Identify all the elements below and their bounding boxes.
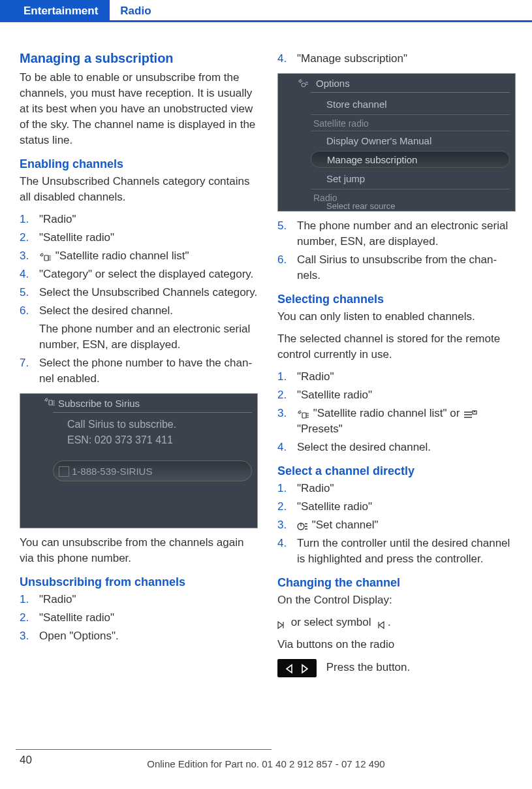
options-icon: [298, 78, 308, 91]
list-text: "Satellite radio": [297, 389, 372, 401]
list-item: 3. "Satellite radio channel list" or "Pr…: [277, 406, 516, 437]
list-text: "Satellite radio": [39, 231, 114, 244]
para-via-buttons: Via buttons on the radio: [277, 637, 516, 652]
list-text: "Satellite radio channel list": [55, 250, 189, 262]
list-item: 1."Radio": [20, 212, 258, 227]
list-unsubscribe: 1."Radio" 2."Satellite radio" 3.Open "Op…: [20, 592, 258, 644]
svg-rect-11: [302, 413, 306, 418]
list-item: 7.Select the phone number to have the ch…: [20, 355, 258, 387]
text-or-select: or select symbol: [291, 616, 371, 628]
list-item: 4.Turn the controller until the desired …: [277, 536, 516, 567]
svg-point-8: [302, 83, 305, 87]
footer-text: Online Edition for Part no. 01 40 2 912 …: [0, 758, 532, 769]
satellite-radio-icon: [39, 251, 52, 262]
ss-divider: [53, 412, 252, 413]
list-text: Call Sirius to unsubscribe from the chan…: [297, 253, 497, 282]
list-text: Select the Unsubscribed Channels cate­go…: [39, 286, 257, 298]
ss-phone-pill: 1-888-539-SIRIUS: [53, 460, 252, 481]
list-enable: 1."Radio" 2."Satellite radio" 3. "Satell…: [20, 212, 258, 387]
ss-title: Subscribe to Sirius: [58, 398, 140, 409]
tab-entertainment: Entertainment: [0, 0, 110, 20]
list-text-presets: "Presets": [297, 423, 343, 435]
list-text: "Radio": [39, 213, 76, 225]
svg-marker-27: [302, 665, 307, 673]
list-text: "Radio": [297, 482, 334, 494]
svg-rect-4: [49, 400, 52, 405]
list-text: "Radio": [297, 370, 334, 383]
list-text: "Category" or select the displayed categ…: [39, 268, 253, 280]
list-unsubscribe-cont: 4."Manage subscription": [277, 51, 516, 67]
list-text: "Radio": [39, 593, 76, 605]
left-column: Managing a subscription To be able to en…: [20, 51, 258, 684]
svg-marker-24: [379, 622, 384, 628]
list-item: 2."Satellite radio": [20, 610, 258, 626]
list-item: 2."Satellite radio": [20, 230, 258, 246]
list-text: Select the desired channel.: [39, 304, 173, 317]
footer-rule: [16, 749, 272, 750]
prev-next-button-icon: [277, 659, 317, 677]
screenshot-options-menu: Options Store channel Satellite radio Di…: [277, 73, 516, 212]
list-item: 1."Radio": [277, 369, 516, 385]
list-text: "Satellite radio channel list" or: [313, 407, 460, 419]
list-text: "Set channel": [312, 519, 379, 531]
para-on-display: On the Control Display:: [277, 592, 516, 608]
heading-selecting-channels: Selecting channels: [277, 293, 516, 306]
text-period: .: [388, 616, 391, 628]
skip-forward-icon: [277, 619, 288, 628]
ss-title: Options: [316, 78, 350, 89]
list-text: Select the phone number to have the chan…: [39, 357, 252, 385]
list-text: Turn the controller until the desired ch…: [297, 537, 510, 565]
ss-row-store: Store channel: [311, 96, 510, 113]
list-item: 1."Radio": [277, 481, 516, 496]
list-item: 3. "Set channel": [277, 517, 516, 533]
tab-radio: Radio: [110, 0, 161, 20]
satellite-radio-icon: [44, 397, 55, 410]
heading-enabling-channels: Enabling channels: [20, 157, 258, 171]
ss-row-owners-manual: Display Owner's Manual: [311, 133, 510, 150]
ss-line: Call Sirius to subscribe.: [67, 419, 176, 430]
ss-line-esn: ESN: 020 373 371 411: [67, 434, 173, 446]
list-text: "Satellite radio": [39, 611, 114, 624]
list-text: Open "Options".: [39, 630, 119, 642]
list-text: Select the desired channel.: [297, 441, 431, 453]
list-text: The phone number and an electronic seria…: [297, 219, 508, 248]
list-direct: 1."Radio" 2."Satellite radio" 3. "Set ch…: [277, 481, 516, 567]
heading-select-direct: Select a channel directly: [277, 464, 516, 478]
header-tabs: Entertainment Radio: [0, 0, 532, 22]
set-channel-icon: [297, 521, 309, 531]
ss-row-rear-source: Select rear source: [311, 202, 510, 212]
list-item: 6. Select the desired channel. The phone…: [20, 303, 258, 353]
para-intro: To be able to enable or unsubscribe from…: [20, 70, 258, 148]
para-stored-remote: The selected channel is stored for the r…: [277, 331, 516, 362]
list-item: 2."Satellite radio": [277, 499, 516, 515]
list-subtext: The phone number and an electronic seria…: [39, 321, 258, 353]
list-item: 4."Manage subscription": [277, 51, 516, 67]
list-item: 4.Select the desired channel.: [277, 440, 516, 455]
list-text: "Manage subscription": [297, 52, 407, 65]
heading-changing-channel: Changing the channel: [277, 576, 516, 590]
list-item: 4."Category" or select the displayed cat…: [20, 266, 258, 282]
list-unsubscribe-cont2: 5.The phone number and an electronic ser…: [277, 218, 516, 283]
list-select: 1."Radio" 2."Satellite radio" 3. "Satell…: [277, 369, 516, 455]
svg-marker-26: [287, 665, 292, 673]
para-unsubscribe-phone: You can unsubscribe from the channels ag…: [20, 535, 258, 566]
list-item: 5.The phone number and an electronic ser…: [277, 218, 516, 250]
heading-managing-subscription: Managing a subscription: [20, 51, 258, 66]
para-unsubscribed-desc: The Unsubscribed Channels category conta…: [20, 174, 258, 205]
text-press-button: Press the button.: [326, 661, 411, 673]
ss-divider: [311, 92, 510, 93]
svg-rect-0: [44, 255, 48, 261]
presets-icon: [463, 409, 477, 419]
right-column: 4."Manage subscription" Options Store ch…: [277, 51, 516, 684]
list-item: 5.Select the Unsubscribed Channels cate­…: [20, 285, 258, 300]
list-text: "Satellite radio": [297, 500, 372, 513]
ss-row-selected-manage: Manage subscription: [311, 151, 510, 168]
list-item: 1."Radio": [20, 592, 258, 607]
para-enabled-only: You can only listen to enabled channels.: [277, 309, 516, 325]
list-item: 3. "Satellite radio channel list": [20, 248, 258, 264]
para-symbols: or select symbol .: [277, 615, 516, 630]
svg-rect-19: [474, 411, 475, 412]
list-item: 2."Satellite radio": [277, 387, 516, 403]
heading-unsubscribing: Unsubscribing from channels: [20, 575, 258, 589]
svg-marker-22: [278, 622, 283, 628]
